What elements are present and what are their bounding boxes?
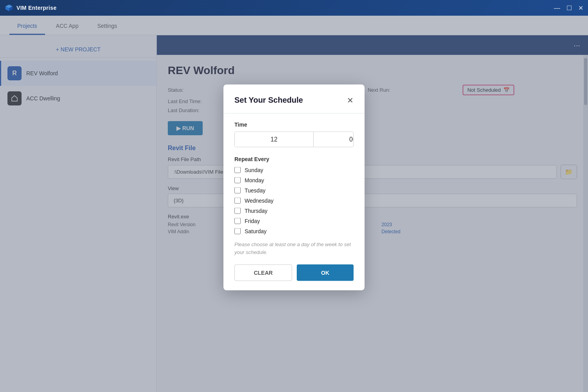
modal-title: Set Your Schedule	[234, 96, 303, 105]
day-row-sunday: Sunday	[234, 167, 354, 173]
day-label-friday: Friday	[245, 218, 260, 224]
modal-close-button[interactable]: ✕	[347, 96, 354, 104]
maximize-button[interactable]: ☐	[566, 4, 572, 12]
minimize-button[interactable]: —	[554, 4, 560, 11]
day-label-thursday: Thursday	[245, 208, 267, 214]
modal-divider	[223, 113, 365, 114]
day-row-saturday: Saturday	[234, 228, 354, 234]
checkbox-friday[interactable]	[234, 218, 241, 224]
day-label-tuesday: Tuesday	[245, 187, 265, 194]
vim-logo-icon	[5, 4, 13, 12]
schedule-modal: Set Your Schedule ✕ Time Repeat Every Su…	[223, 85, 365, 290]
modal-footer: CLEAR OK	[234, 265, 354, 281]
day-label-saturday: Saturday	[245, 228, 267, 234]
day-row-wednesday: Wednesday	[234, 198, 354, 204]
modal-hint: Please choose at least one a day of the …	[234, 241, 354, 256]
modal-header: Set Your Schedule ✕	[234, 96, 354, 105]
main-area: Projects ACC App Settings + NEW PROJECT …	[0, 16, 588, 392]
ok-button[interactable]: OK	[297, 265, 354, 281]
time-hour-input[interactable]	[235, 132, 314, 147]
app-logo: VIM Enterprise	[5, 4, 56, 12]
checkbox-tuesday[interactable]	[234, 187, 241, 194]
day-row-tuesday: Tuesday	[234, 187, 354, 194]
checkbox-monday[interactable]	[234, 177, 241, 183]
time-section-label: Time	[234, 122, 354, 128]
day-row-monday: Monday	[234, 177, 354, 183]
checkbox-saturday[interactable]	[234, 228, 241, 234]
day-label-monday: Monday	[245, 177, 264, 183]
checkbox-thursday[interactable]	[234, 208, 241, 214]
day-label-wednesday: Wednesday	[245, 198, 274, 204]
window-controls: — ☐ ✕	[554, 4, 583, 12]
app-title: VIM Enterprise	[16, 5, 56, 11]
titlebar: VIM Enterprise — ☐ ✕	[0, 0, 588, 16]
checkbox-sunday[interactable]	[234, 167, 241, 173]
day-label-sunday: Sunday	[245, 167, 263, 173]
checkbox-wednesday[interactable]	[234, 198, 241, 204]
day-row-friday: Friday	[234, 218, 354, 224]
repeat-every-label: Repeat Every	[234, 156, 354, 162]
day-row-thursday: Thursday	[234, 208, 354, 214]
close-button[interactable]: ✕	[578, 4, 583, 12]
clear-button[interactable]: CLEAR	[234, 265, 292, 281]
time-minute-input[interactable]	[314, 132, 354, 147]
time-inputs	[234, 132, 354, 147]
